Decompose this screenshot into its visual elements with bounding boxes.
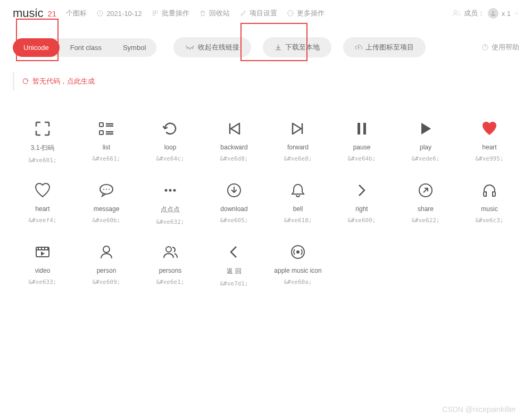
- icon-code: &#xe64b;: [348, 155, 376, 162]
- tab-unicode[interactable]: Unicode: [13, 38, 60, 57]
- icon-cell[interactable]: persons &#xe6e1;: [138, 235, 202, 297]
- icon-name: video: [35, 267, 51, 274]
- icon-name: forward: [287, 144, 309, 151]
- icon-code: &#xe605;: [220, 217, 248, 224]
- svg-point-29: [291, 13, 292, 13]
- icon-grid: 3.1-扫码 &#xe601; list &#xe661; loop &#xe6…: [0, 90, 532, 297]
- icon-cell[interactable]: download &#xe605;: [202, 173, 266, 235]
- trash-icon: [199, 10, 206, 17]
- icon-cell[interactable]: heart &#xe995;: [458, 112, 521, 173]
- header: music 21 个图标 2021-10-12 批量操作 回收站 项目设置 更多…: [0, 0, 532, 27]
- svg-point-30: [454, 11, 456, 13]
- headphone-icon: [479, 180, 500, 201]
- icon-name: music: [481, 205, 497, 213]
- pencil-icon: [239, 10, 247, 17]
- icon-code: &#xede6;: [412, 155, 440, 162]
- icon-code: &#xe60b;: [93, 217, 121, 224]
- cloud-upload-icon: [355, 44, 362, 51]
- icon-code: &#xe6e1;: [156, 279, 185, 285]
- icon-code: &#xe618;: [284, 217, 312, 224]
- icon-name: pause: [353, 144, 371, 151]
- icon-code: &#xe60a;: [284, 279, 312, 285]
- icon-name: message: [94, 205, 120, 213]
- svg-point-31: [492, 11, 494, 13]
- icon-name: person: [97, 267, 117, 274]
- message-icon: [96, 180, 117, 201]
- tab-fontclass[interactable]: Font class: [60, 38, 112, 57]
- icon-cell[interactable]: share &#xe622;: [394, 173, 458, 235]
- svg-rect-25: [153, 14, 155, 16]
- download-button[interactable]: 下载至本地: [263, 37, 331, 57]
- icon-cell[interactable]: heart &#xeef4;: [11, 173, 74, 235]
- batch-button[interactable]: 批量操作: [152, 9, 189, 18]
- icon-code: &#xe995;: [476, 155, 504, 162]
- tab-symbol[interactable]: Symbol: [112, 38, 156, 57]
- icon-name: heart: [482, 144, 496, 151]
- back-icon: [223, 241, 245, 263]
- svg-rect-23: [153, 11, 155, 13]
- help-button[interactable]: 使用帮助: [481, 43, 519, 52]
- pause-icon: [351, 118, 372, 139]
- trash-button[interactable]: 回收站: [199, 9, 230, 18]
- avatar: [488, 8, 498, 19]
- icon-name: apple music icon: [274, 267, 321, 274]
- dots-icon: [160, 180, 181, 201]
- icon-code: &#xe601;: [29, 157, 57, 164]
- icon-cell[interactable]: bell &#xe618;: [266, 173, 330, 235]
- icon-code: &#xe6c3;: [476, 217, 504, 224]
- help-icon: [481, 44, 489, 51]
- icon-name: list: [103, 144, 111, 151]
- format-tabs: Unicode Font class Symbol: [13, 38, 156, 57]
- icon-name: 返 回: [227, 267, 241, 276]
- icon-cell[interactable]: 返 回 &#xe7d1;: [202, 235, 266, 297]
- icon-code: &#xeef4;: [29, 217, 57, 224]
- code-bar: 暂无代码，点此生成: [13, 72, 519, 90]
- icon-name: right: [355, 205, 368, 213]
- icon-name: bell: [293, 205, 303, 213]
- toolbar: Unicode Font class Symbol 收起在线链接 下载至本地 上…: [0, 27, 532, 68]
- icon-code: &#xe622;: [412, 217, 440, 224]
- refresh-icon: [22, 78, 29, 85]
- batch-icon: [152, 10, 159, 17]
- radio-icon: [287, 241, 309, 263]
- icon-cell[interactable]: music &#xe6c3;: [458, 173, 521, 235]
- icon-cell[interactable]: video &#xe633;: [11, 235, 74, 297]
- members[interactable]: 成员： x 1: [452, 8, 519, 19]
- icon-name: backward: [220, 144, 247, 151]
- icon-cell[interactable]: backward &#xe6d8;: [202, 112, 266, 173]
- icon-code: &#xe661;: [93, 155, 121, 162]
- forward-icon: [287, 118, 309, 139]
- icon-cell[interactable]: forward &#xe6e8;: [266, 112, 330, 173]
- icon-cell[interactable]: 3.1-扫码 &#xe601;: [11, 112, 74, 173]
- icon-cell[interactable]: list &#xe661;: [74, 112, 138, 173]
- icon-cell[interactable]: person &#xe609;: [74, 235, 138, 297]
- svg-point-27: [289, 13, 289, 13]
- eye-closed-icon: [185, 45, 195, 50]
- chevron-down-icon: [514, 11, 519, 16]
- person-icon: [96, 241, 117, 263]
- icon-name: play: [420, 144, 431, 151]
- icon-code: &#xe609;: [93, 279, 121, 285]
- upload-button[interactable]: 上传图标至项目: [343, 37, 426, 57]
- download-icon: [223, 180, 245, 201]
- icon-cell[interactable]: pause &#xe64b;: [330, 112, 394, 173]
- icon-code: &#xe7d1;: [220, 280, 248, 287]
- collapse-link-button[interactable]: 收起在线链接: [173, 37, 251, 57]
- icon-code: &#xe600;: [348, 217, 376, 224]
- icon-cell[interactable]: message &#xe60b;: [74, 173, 138, 235]
- more-button[interactable]: 更多操作: [287, 9, 325, 18]
- right-icon: [351, 180, 372, 201]
- icon-cell[interactable]: 点点点 &#xe632;: [138, 173, 202, 235]
- icon-cell[interactable]: loop &#xe64c;: [138, 112, 202, 173]
- icon-cell[interactable]: play &#xede6;: [394, 112, 458, 173]
- icon-code: &#xe633;: [29, 279, 57, 285]
- icon-name: loop: [164, 144, 177, 151]
- icon-cell[interactable]: apple music icon &#xe60a;: [266, 235, 330, 297]
- list-icon: [96, 118, 117, 139]
- generate-code-link[interactable]: 暂无代码，点此生成: [32, 77, 95, 86]
- watermark: CSDN @nicepainkiller: [442, 405, 516, 414]
- settings-button[interactable]: 项目设置: [239, 9, 277, 18]
- icon-cell[interactable]: right &#xe600;: [330, 173, 394, 235]
- date-text: 2021-10-12: [106, 10, 142, 18]
- bell-icon: [287, 180, 309, 201]
